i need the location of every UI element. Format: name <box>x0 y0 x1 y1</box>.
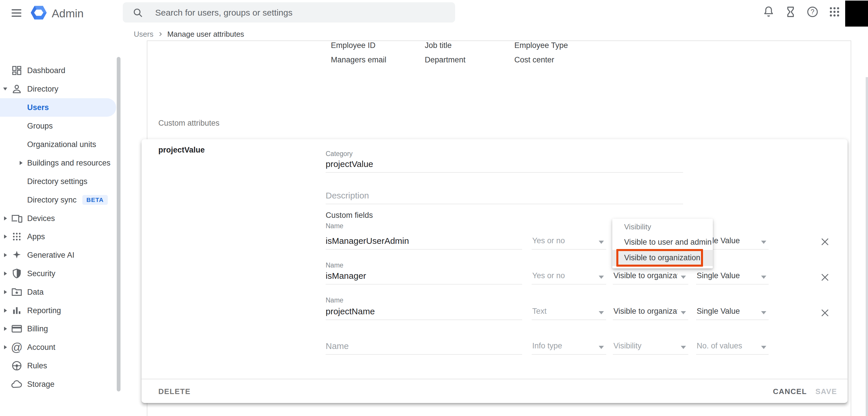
credit-card-icon <box>10 322 23 335</box>
sidebar-item-dashboard[interactable]: Dashboard <box>0 61 126 80</box>
dropdown-arrow-icon <box>599 311 604 314</box>
chevron-right-icon[interactable] <box>4 309 7 313</box>
custom-field-name-input[interactable] <box>326 268 522 285</box>
dashboard-icon <box>10 64 23 77</box>
sidebar-nav: Dashboard Directory Users Groups Organiz… <box>0 28 126 416</box>
visibility-dropdown[interactable]: Visibility <box>613 339 688 355</box>
custom-fields-label: Custom fields <box>326 211 373 220</box>
visibility-dropdown[interactable]: Visible to organizati… <box>613 305 688 320</box>
close-icon <box>820 309 829 317</box>
notifications-bell-icon[interactable] <box>762 5 775 19</box>
chevron-right-icon[interactable] <box>4 327 7 331</box>
panel-right-border <box>851 40 851 416</box>
hamburger-menu-icon[interactable] <box>11 7 21 19</box>
svg-text:?: ? <box>811 8 814 15</box>
avatar[interactable] <box>845 1 868 27</box>
sidebar-scrollbar[interactable] <box>117 57 121 391</box>
chevron-right-icon[interactable] <box>4 234 7 238</box>
breadcrumb: Users Manage user attributes <box>134 29 244 39</box>
delete-button[interactable]: DELETE <box>158 387 191 396</box>
sidebar-item-reporting[interactable]: Reporting <box>0 301 126 320</box>
values-dropdown[interactable]: Single Value <box>696 269 769 285</box>
sidebar-item-storage[interactable]: Storage <box>0 375 126 393</box>
custom-attributes-section-title: Custom attributes <box>158 119 220 128</box>
field-label-job-title: Job title <box>425 41 452 50</box>
chevron-right-icon[interactable] <box>20 161 23 165</box>
custom-field-name-input[interactable] <box>326 303 522 320</box>
chevron-right-icon[interactable] <box>4 290 7 294</box>
info-type-dropdown[interactable]: Info type <box>532 339 606 355</box>
field-label-employee-id: Employee ID <box>331 41 376 50</box>
field-label-managers-email: Managers email <box>331 56 386 64</box>
remove-field-button[interactable] <box>818 306 832 320</box>
category-input[interactable] <box>326 156 683 173</box>
sidebar-item-organizational-units[interactable]: Organizational units <box>0 135 126 154</box>
sidebar-item-users[interactable]: Users <box>0 98 126 117</box>
visibility-dropdown[interactable]: Visible to organizati… <box>613 269 688 285</box>
search-icon <box>132 7 144 19</box>
tasks-hourglass-icon[interactable] <box>784 5 797 19</box>
chevron-down-icon[interactable] <box>3 88 7 90</box>
custom-field-name-input[interactable] <box>326 233 522 250</box>
name-label: Name <box>326 222 343 230</box>
values-dropdown[interactable]: Single Value <box>696 305 769 320</box>
chevron-right-icon[interactable] <box>4 271 7 276</box>
sidebar-item-data[interactable]: Data <box>0 283 126 301</box>
save-button[interactable]: SAVE <box>815 387 837 396</box>
dropdown-arrow-icon <box>681 346 686 349</box>
sidebar-item-groups[interactable]: Groups <box>0 117 126 135</box>
page-scrollbar[interactable] <box>866 77 868 416</box>
description-input[interactable] <box>326 188 683 204</box>
info-type-dropdown[interactable]: Yes or no <box>532 234 606 250</box>
chevron-right-icon[interactable] <box>4 216 7 220</box>
sidebar-item-billing[interactable]: Billing <box>0 320 126 338</box>
dropdown-arrow-icon <box>681 276 686 279</box>
breadcrumb-parent[interactable]: Users <box>134 30 153 39</box>
values-dropdown[interactable]: No. of values <box>696 339 769 355</box>
close-icon <box>820 237 829 246</box>
custom-field-name-input[interactable] <box>326 338 522 355</box>
dropdown-arrow-icon <box>761 241 766 244</box>
sidebar-item-security[interactable]: Security <box>0 264 126 283</box>
edit-attribute-dialog: projectValue Category Custom fields Name… <box>142 139 847 403</box>
sidebar-item-directory-sync[interactable]: Directory syncBETA <box>0 191 126 209</box>
dropdown-arrow-icon <box>761 276 766 279</box>
shield-icon <box>10 267 23 280</box>
bar-chart-icon <box>10 304 23 317</box>
search-input[interactable] <box>155 2 445 23</box>
sidebar-item-devices[interactable]: Devices <box>0 209 126 228</box>
sidebar-item-apps[interactable]: Apps <box>0 227 126 246</box>
sparkle-icon <box>10 249 23 261</box>
field-label-employee-type: Employee Type <box>514 41 568 50</box>
remove-field-button[interactable] <box>818 234 832 249</box>
sidebar-item-generative-ai[interactable]: Generative AI <box>0 246 126 264</box>
help-icon[interactable]: ? <box>806 5 819 19</box>
field-label-cost-center: Cost center <box>514 56 554 64</box>
sidebar-item-directory[interactable]: Directory <box>0 80 126 98</box>
cloud-icon <box>10 378 23 391</box>
info-type-dropdown[interactable]: Yes or no <box>532 269 606 285</box>
sidebar-item-rules[interactable]: Rules <box>0 356 126 375</box>
folder-star-icon <box>10 286 23 298</box>
info-type-dropdown[interactable]: Text <box>532 305 606 320</box>
admin-logo-icon <box>30 4 48 21</box>
cancel-button[interactable]: CANCEL <box>773 387 807 396</box>
apps-grid-icon[interactable] <box>828 5 841 19</box>
chevron-right-icon[interactable] <box>4 253 7 257</box>
sidebar-item-account[interactable]: @ Account <box>0 338 126 356</box>
beta-badge: BETA <box>82 195 108 205</box>
admin-console-page: Admin ? <box>0 0 868 416</box>
product-name: Admin <box>52 7 84 20</box>
menu-item-visible-to-user-and-admin[interactable]: Visible to user and admin <box>624 238 712 247</box>
sidebar-item-buildings-and-resources[interactable]: Buildings and resources <box>0 154 126 172</box>
chevron-right-icon[interactable] <box>4 345 7 349</box>
field-label-department: Department <box>425 56 465 64</box>
search-bar[interactable] <box>123 2 455 23</box>
sidebar-item-directory-settings[interactable]: Directory settings <box>0 172 126 191</box>
attribute-name-title: projectValue <box>158 146 205 155</box>
close-icon <box>820 273 829 282</box>
name-label: Name <box>326 296 343 304</box>
dropdown-arrow-icon <box>599 241 604 244</box>
remove-field-button[interactable] <box>818 270 832 285</box>
breadcrumb-separator-icon <box>157 31 163 37</box>
